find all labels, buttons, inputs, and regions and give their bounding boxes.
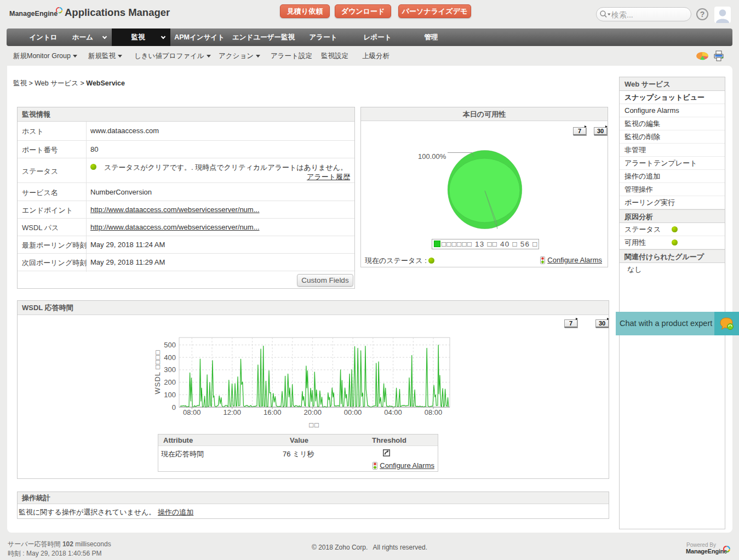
svg-text:08:00: 08:00 <box>183 408 201 416</box>
svg-text:16:00: 16:00 <box>263 408 282 416</box>
svg-text:20:00: 20:00 <box>303 408 322 416</box>
svg-text:WSDL □□□□: WSDL □□□□ <box>153 350 162 394</box>
svg-text:0: 0 <box>172 403 176 412</box>
svg-text:200: 200 <box>164 378 176 386</box>
svg-text:400: 400 <box>164 353 176 362</box>
svg-text:00:00: 00:00 <box>344 408 362 416</box>
svg-text:08:00: 08:00 <box>425 408 443 416</box>
svg-text:500: 500 <box>164 341 176 349</box>
svg-text:□□: □□ <box>309 421 320 429</box>
svg-text:12:00: 12:00 <box>224 408 242 416</box>
svg-text:04:00: 04:00 <box>384 408 402 416</box>
svg-text:100: 100 <box>164 391 176 399</box>
svg-text:300: 300 <box>164 365 176 374</box>
